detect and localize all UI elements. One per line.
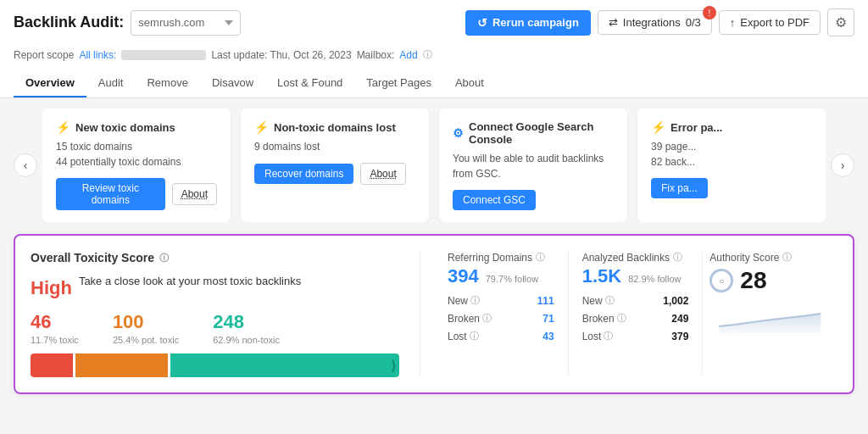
referring-domains-value-row: 394 79.7% follow: [448, 265, 554, 287]
about-button-1[interactable]: About: [172, 183, 217, 205]
analyzed-backlinks-col: Analyzed Backlinks ⓘ 1.5K 82.9% follow N…: [569, 251, 704, 377]
title-area: Backlink Audit: semrush.com: [14, 10, 241, 36]
alert-actions-3: Connect GSC: [453, 190, 614, 210]
all-links-link[interactable]: All links:: [79, 49, 116, 61]
score-val-teal: 248: [213, 311, 280, 333]
prev-arrow[interactable]: ‹: [14, 153, 37, 177]
score-label-teal: 62.9% non-toxic: [213, 335, 280, 345]
rd-broken-row: Broken ⓘ 71: [448, 312, 554, 325]
referring-domains-title: Referring Domains ⓘ: [448, 251, 554, 264]
settings-button[interactable]: ⚙: [827, 8, 854, 36]
analyzed-backlinks-value-row: 1.5K 82.9% follow: [582, 265, 689, 287]
referring-domains-col: Referring Domains ⓘ 394 79.7% follow New…: [434, 251, 569, 377]
alert-line1-2: 9 domains lost: [254, 139, 415, 154]
rd-broken-label: Broken ⓘ: [448, 312, 492, 325]
authority-score-num: 28: [740, 267, 766, 294]
alert-card-gsc: ⚙ Connect Google Search Console You will…: [439, 108, 627, 222]
alert-title-3: Connect Google Search Console: [469, 120, 614, 146]
tab-remove[interactable]: Remove: [135, 70, 199, 97]
toxicity-title-text: Overall Toxicity Score: [31, 251, 154, 264]
score-val-red: 46: [31, 311, 79, 333]
rerun-label: Rerun campaign: [492, 16, 579, 29]
rd-new-row: New ⓘ 111: [448, 294, 554, 307]
alert-card-title: ⚡ New toxic domains: [56, 120, 217, 134]
alert-line2-3: from GSC.: [453, 166, 614, 181]
alert-body-4: 39 page... 82 back...: [651, 139, 812, 170]
toxicity-bar: [31, 353, 399, 377]
alert-card-title-4: ⚡ Error pa...: [651, 120, 812, 134]
tab-about[interactable]: About: [443, 70, 496, 97]
mailbox-label: Mailbox:: [357, 49, 395, 61]
toxicity-title: Overall Toxicity Score ⓘ: [31, 251, 399, 264]
analyzed-backlinks-title: Analyzed Backlinks ⓘ: [582, 251, 689, 264]
toxicity-subtitle: Take a close look at your most toxic bac…: [79, 275, 301, 287]
rd-lost-row: Lost ⓘ 43: [448, 330, 554, 342]
ab-lost-val: 379: [671, 331, 688, 342]
score-val-orange: 100: [113, 311, 179, 333]
ab-lost-label: Lost ⓘ: [582, 330, 614, 342]
tab-disavow[interactable]: Disavow: [200, 70, 265, 97]
tab-overview[interactable]: Overview: [14, 70, 86, 97]
alert-title-1: New toxic domains: [75, 121, 175, 134]
referring-domains-value: 394: [448, 265, 479, 287]
domain-blur-box: [121, 50, 206, 60]
report-scope-label: Report scope: [14, 49, 74, 61]
analyzed-backlinks-value: 1.5K: [582, 265, 621, 287]
export-label: Export to PDF: [740, 16, 810, 29]
nav-tabs: Overview Audit Remove Disavow Lost & Fou…: [14, 70, 854, 97]
integrations-label: Integrations: [623, 16, 681, 29]
ab-lost-row: Lost ⓘ 379: [582, 330, 689, 342]
rd-new-label: New ⓘ: [448, 294, 480, 307]
score-label-red: 11.7% toxic: [31, 335, 79, 345]
main-content: ‹ ⚡ New toxic domains 15 toxic domains 4…: [0, 98, 868, 404]
next-arrow[interactable]: ›: [831, 153, 854, 177]
ab-broken-val: 249: [671, 313, 688, 325]
alert-card-toxic: ⚡ New toxic domains 15 toxic domains 44 …: [42, 108, 231, 222]
stats-section: Referring Domains ⓘ 394 79.7% follow New…: [420, 251, 837, 377]
rd-broken-val: 71: [542, 313, 554, 325]
alert-line2-4: 82 back...: [651, 154, 812, 170]
export-icon: ↑: [730, 16, 736, 29]
gear-icon-blue: ⚙: [453, 126, 464, 140]
ab-broken-info: ⓘ: [617, 312, 626, 325]
bar-teal: [170, 353, 399, 377]
mailbox-info-icon: ⓘ: [423, 48, 432, 61]
fix-pages-button[interactable]: Fix pa...: [651, 178, 708, 198]
alert-actions-2: Recover domains About: [254, 163, 415, 185]
authority-mini-chart: [709, 301, 831, 335]
ab-broken-row: Broken ⓘ 249: [582, 312, 689, 325]
alert-body-1: 15 toxic domains 44 potentially toxic do…: [56, 139, 217, 170]
page-title: Backlink Audit:: [14, 14, 124, 31]
recover-domains-button[interactable]: Recover domains: [254, 164, 353, 184]
export-button[interactable]: ↑ Export to PDF: [719, 10, 821, 35]
alert-card-title-3: ⚙ Connect Google Search Console: [453, 120, 614, 146]
analyzed-backlinks-rows: New ⓘ 1,002 Broken ⓘ 249 Lost ⓘ 379: [582, 294, 689, 342]
domain-select[interactable]: semrush.com: [131, 10, 241, 36]
top-row: Backlink Audit: semrush.com ↺ Rerun camp…: [14, 8, 854, 36]
score-label-orange: 25.4% pot. toxic: [113, 335, 179, 345]
alert-body-3: You will be able to audit backlinks from…: [453, 151, 614, 181]
alert-title-4: Error pa...: [670, 121, 722, 134]
tab-target-pages[interactable]: Target Pages: [354, 70, 443, 97]
tab-lost-found[interactable]: Lost & Found: [265, 70, 354, 97]
score-numbers: 46 11.7% toxic 100 25.4% pot. toxic 248 …: [31, 311, 399, 345]
ab-lost-info: ⓘ: [604, 330, 613, 342]
alert-actions-1: Review toxic domains About: [56, 178, 217, 210]
add-mailbox-link[interactable]: Add: [399, 49, 417, 61]
authority-score-info: ⓘ: [782, 251, 792, 264]
integrations-button[interactable]: ⇄ Integrations 0/3 !: [598, 10, 712, 35]
bolt-icon-2: ⚡: [254, 120, 269, 134]
about-button-2[interactable]: About: [360, 163, 405, 185]
rerun-button[interactable]: ↺ Rerun campaign: [465, 10, 591, 36]
overview-widget: Overall Toxicity Score ⓘ High Take a clo…: [14, 234, 854, 394]
review-toxic-button[interactable]: Review toxic domains: [56, 178, 165, 210]
rd-lost-info: ⓘ: [470, 330, 479, 342]
top-bar: Backlink Audit: semrush.com ↺ Rerun camp…: [0, 0, 868, 98]
alert-card-error: ⚡ Error pa... 39 page... 82 back... Fix …: [637, 108, 826, 222]
tab-audit[interactable]: Audit: [86, 70, 136, 97]
connect-gsc-button[interactable]: Connect GSC: [453, 190, 536, 210]
rd-lost-label: Lost ⓘ: [448, 330, 479, 342]
analyzed-backlinks-info: ⓘ: [673, 251, 682, 264]
last-update-text: Last update: Thu, Oct 26, 2023: [211, 49, 351, 61]
referring-domains-label: Referring Domains: [448, 252, 532, 264]
